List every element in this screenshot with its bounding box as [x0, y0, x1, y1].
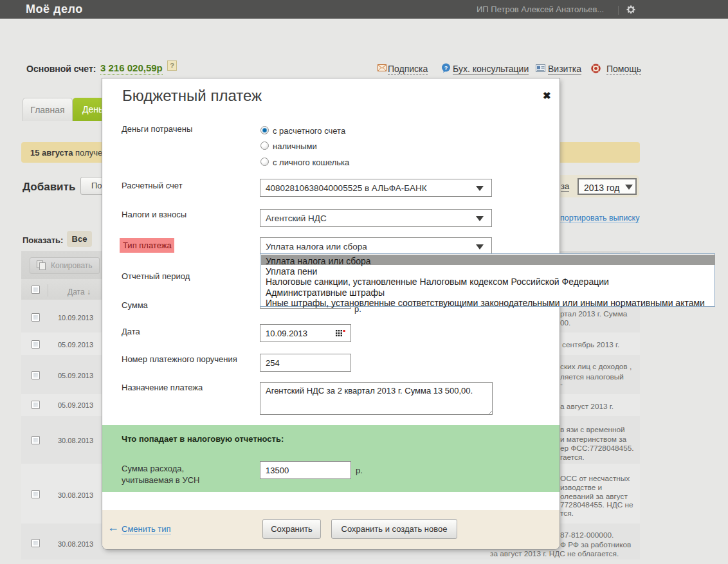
svg-text:?: ?	[444, 65, 448, 71]
